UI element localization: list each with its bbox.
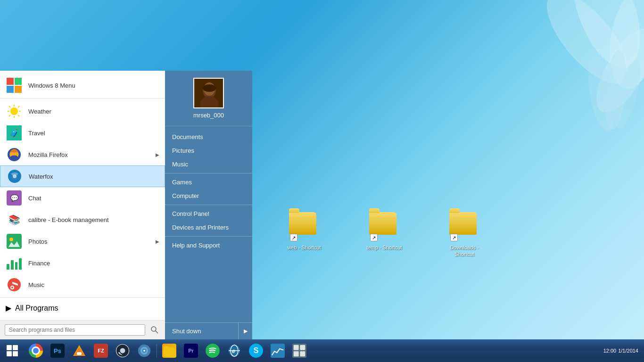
search-button[interactable] xyxy=(149,324,160,336)
svg-line-26 xyxy=(156,331,158,333)
svg-rect-49 xyxy=(300,345,305,350)
right-menu-item-games[interactable]: Games xyxy=(165,175,252,189)
calibre-icon: 📚 xyxy=(7,212,22,227)
svg-point-36 xyxy=(120,348,125,354)
search-bar xyxy=(0,320,165,339)
right-menu-item-devices-printers[interactable]: Devices and Printers xyxy=(165,221,252,234)
start-menu: Windows 8 Menu xyxy=(0,71,252,339)
svg-point-7 xyxy=(10,107,18,115)
taskbar-icon-spotify[interactable] xyxy=(202,340,223,361)
notification-area: 12:00 1/1/2014 xyxy=(603,348,642,354)
taskbar-icon-filezilla[interactable]: FZ xyxy=(91,340,111,361)
app-item-finance[interactable]: Finance xyxy=(0,252,165,274)
web-shortcut-arrow: ↗ xyxy=(290,234,297,241)
shutdown-button[interactable]: Shut down xyxy=(165,323,238,339)
app-item-weather[interactable]: Weather xyxy=(0,100,165,122)
downloads-folder-icon xyxy=(449,212,477,235)
desktop-icon-web-shortcut[interactable]: ↗ web - Shortcut xyxy=(283,212,325,258)
downloads-shortcut-icon-img: ↗ xyxy=(449,212,479,242)
control-icon xyxy=(292,344,306,358)
app-item-windows8menu[interactable]: Windows 8 Menu xyxy=(0,74,165,96)
taskbar-icon-ie[interactable]: e xyxy=(224,340,245,361)
ie-icon: e xyxy=(227,344,241,358)
svg-point-41 xyxy=(206,344,219,357)
svg-rect-34 xyxy=(77,352,82,355)
spotify-icon xyxy=(206,344,220,358)
music-label: Music xyxy=(28,281,159,288)
taskbar-icon-photoshop[interactable]: Ps xyxy=(47,340,68,361)
taskbar-separator-1 xyxy=(157,344,157,358)
all-programs-arrow: ▶ xyxy=(6,304,11,313)
app-item-waterfox[interactable]: Waterfox xyxy=(0,165,165,187)
right-menu-item-control-panel[interactable]: Control Panel xyxy=(165,207,252,221)
user-name: mrseb_000 xyxy=(193,109,224,121)
svg-line-15 xyxy=(9,115,10,116)
taskbar-icon-skype[interactable]: S xyxy=(246,340,266,361)
temp-shortcut-arrow: ↗ xyxy=(370,234,378,241)
app-item-calibre[interactable]: 📚 calibre - E-book management xyxy=(0,209,165,230)
right-menu-sep-3 xyxy=(165,236,252,237)
control-svg xyxy=(292,344,306,358)
right-menu-item-documents[interactable]: Documents xyxy=(165,130,252,144)
all-programs-item[interactable]: ▶ All Programs xyxy=(0,300,165,316)
app-item-music[interactable]: Music xyxy=(0,274,165,296)
temp-folder-icon xyxy=(369,212,396,235)
taskbar-icon-chrome[interactable] xyxy=(25,340,46,361)
folder-svg xyxy=(162,344,176,358)
waterfox-icon xyxy=(7,169,22,184)
app-item-travel[interactable]: 🧳 Travel xyxy=(0,122,165,144)
start-menu-apps-list: Windows 8 Menu xyxy=(0,71,165,320)
svg-point-21 xyxy=(9,238,13,241)
finance-icon-box xyxy=(6,255,23,272)
separator-1 xyxy=(0,98,165,99)
firefox-arrow: ▶ xyxy=(156,152,159,157)
waterfox-label: Waterfox xyxy=(29,173,159,180)
desktop-icon-temp-shortcut[interactable]: ↗ temp - Shortcut xyxy=(363,212,405,258)
right-menu-item-help-support[interactable]: Help and Support xyxy=(165,239,252,252)
app-item-firefox[interactable]: Mozilla Firefox ▶ xyxy=(0,144,165,165)
right-menu-items: Documents Pictures Music Games Computer … xyxy=(165,126,252,322)
music-icon xyxy=(7,277,22,292)
music-icon-box xyxy=(6,276,23,293)
app-item-photos[interactable]: Photos ▶ xyxy=(0,230,165,252)
vlc-icon xyxy=(72,344,86,358)
taskbar-icon-control[interactable] xyxy=(289,340,310,361)
photoshop-icon: Ps xyxy=(50,344,65,358)
taskbar-icon-chart[interactable] xyxy=(267,340,288,361)
skype-icon: S xyxy=(249,344,263,358)
travel-label: Travel xyxy=(28,130,159,137)
taskbar-icon-premiere[interactable]: Pr xyxy=(181,340,201,361)
taskbar-date: 1/1/2014 xyxy=(618,348,638,354)
search-icon xyxy=(151,326,158,334)
right-menu-item-pictures[interactable]: Pictures xyxy=(165,144,252,157)
start-button[interactable] xyxy=(2,340,23,361)
right-menu-sep-1 xyxy=(165,173,252,173)
photos-icon xyxy=(7,234,22,249)
desktop-icon-downloads-shortcut[interactable]: ↗ Downloads - Shortcut xyxy=(443,212,486,258)
app-item-chat[interactable]: 💬 Chat xyxy=(0,187,165,209)
taskbar-icon-steam[interactable] xyxy=(112,340,133,361)
temp-shortcut-icon-img: ↗ xyxy=(369,212,399,242)
chrome-icon xyxy=(29,344,43,358)
weather-icon xyxy=(7,104,22,119)
travel-icon: 🧳 xyxy=(7,125,22,140)
firefox-label: Mozilla Firefox xyxy=(28,151,150,158)
all-programs-label: All Programs xyxy=(15,304,58,313)
svg-point-31 xyxy=(203,84,216,92)
chat-label: Chat xyxy=(28,195,159,202)
taskbar-icon-filemanager[interactable] xyxy=(159,340,180,361)
start-menu-left-panel: Windows 8 Menu xyxy=(0,71,165,339)
search-input[interactable] xyxy=(5,324,145,336)
user-avatar[interactable] xyxy=(193,78,224,108)
right-menu-item-computer[interactable]: Computer xyxy=(165,189,252,203)
svg-point-24 xyxy=(11,287,13,288)
taskbar-icon-speakonia[interactable] xyxy=(134,340,155,361)
svg-line-13 xyxy=(18,115,19,116)
start-menu-right-panel: mrseb_000 Documents Pictures Music Games… xyxy=(165,71,252,339)
chart-svg xyxy=(271,344,285,358)
shutdown-arrow-button[interactable]: ▶ xyxy=(238,323,252,339)
steam-icon xyxy=(116,344,130,358)
spotify-logo xyxy=(206,344,220,358)
right-menu-item-music[interactable]: Music xyxy=(165,157,252,171)
taskbar-icon-vlc[interactable] xyxy=(69,340,90,361)
